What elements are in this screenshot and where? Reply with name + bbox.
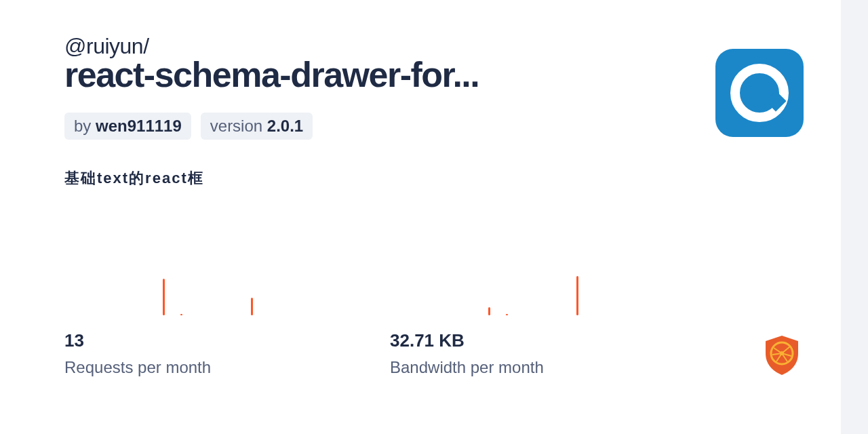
author-name: wen911119 xyxy=(96,117,182,135)
sparkline-bar xyxy=(180,314,182,315)
bandwidth-label: Bandwidth per month xyxy=(390,358,715,377)
decorative-right-band xyxy=(841,0,868,434)
requests-sparkline xyxy=(64,271,390,315)
version-number: 2.0.1 xyxy=(267,117,303,135)
package-description: 基础text的react框 xyxy=(64,168,800,189)
sparkline-bar xyxy=(163,279,165,315)
sparkline-bar xyxy=(488,307,490,315)
package-header: @ruiyun/ react-schema-drawer-for... by w… xyxy=(64,34,800,189)
avatar[interactable] xyxy=(715,49,804,137)
version-prefix: version xyxy=(210,117,267,135)
sparkline-bar xyxy=(251,298,253,315)
avatar-icon xyxy=(730,64,789,122)
package-name: react-schema-drawer-for... xyxy=(64,56,800,94)
meta-badges: by wen911119 version 2.0.1 xyxy=(64,113,800,140)
stats-row: 13 Requests per month 32.71 KB Bandwidth… xyxy=(64,271,729,377)
requests-value: 13 xyxy=(64,330,390,351)
sparkline-bar xyxy=(506,314,508,315)
requests-stat: 13 Requests per month xyxy=(64,271,390,377)
requests-label: Requests per month xyxy=(64,358,390,377)
bandwidth-stat: 32.71 KB Bandwidth per month xyxy=(390,271,715,377)
bandwidth-sparkline xyxy=(390,271,715,315)
sparkline-bar xyxy=(576,276,578,315)
jsdelivr-shield-icon xyxy=(760,333,804,376)
version-badge[interactable]: version 2.0.1 xyxy=(201,113,313,140)
svg-point-1 xyxy=(780,351,784,355)
bandwidth-value: 32.71 KB xyxy=(390,330,715,351)
author-badge[interactable]: by wen911119 xyxy=(64,113,191,140)
author-prefix: by xyxy=(74,117,96,135)
